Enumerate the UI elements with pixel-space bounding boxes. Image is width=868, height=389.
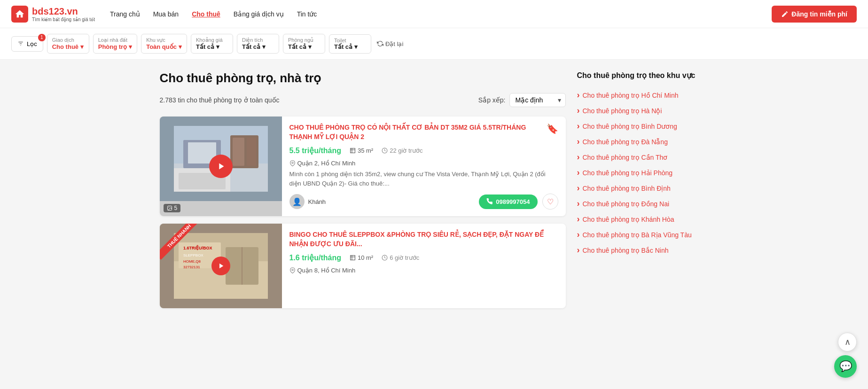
- card-price-1: 5.5 triệu/tháng: [289, 146, 341, 155]
- khoang-gia-label: Khoảng giá: [196, 37, 228, 43]
- register-label: Đăng tin miễn phí: [791, 10, 847, 18]
- card-image-1[interactable]: 5: [160, 117, 282, 216]
- svg-rect-8: [233, 138, 244, 166]
- toilet-label: Toilet: [334, 38, 366, 43]
- header: bds123.vn Tìm kiếm bất động sản giá tốt …: [0, 0, 868, 28]
- card-desc-1: Mình còn 1 phòng diện tích 35m2, view ch…: [289, 170, 558, 188]
- filter-badge: 1: [38, 34, 46, 41]
- loai-nha-dat-label: Loại nhà đất: [98, 37, 132, 43]
- reset-button[interactable]: Đặt lại: [375, 37, 405, 51]
- card-body-2: BINGO CHO THUÊ SLEPPBOX &PHÒNG TRỌ SIÊU …: [282, 224, 566, 308]
- sidebar-link-6[interactable]: Cho thuê phòng trọ Bình Định: [577, 180, 709, 196]
- filter-button[interactable]: Lọc 1: [11, 36, 43, 52]
- dien-tich-filter[interactable]: Diện tích Tất cả ▾: [237, 34, 279, 54]
- logo-icon: [11, 6, 28, 23]
- result-bar: 2.783 tin cho thuê phòng trọ ở toàn quốc…: [160, 93, 566, 107]
- nav-mua-ban[interactable]: Mua bán: [153, 10, 179, 18]
- card-area-2: 10 m²: [350, 254, 373, 261]
- listing-title-2[interactable]: BINGO CHO THUÊ SLEPPBOX &PHÒNG TRỌ SIÊU …: [289, 230, 558, 249]
- nav-trang-chu[interactable]: Trang chủ: [110, 10, 140, 18]
- card-body-1: CHO THUÊ PHÒNG TRỌ CÓ NỘI THẤT CƠ BẢN DT…: [282, 117, 566, 216]
- giao-dich-value: Cho thuê ▾: [52, 43, 84, 50]
- main-layout: Cho thuê phòng trọ, nhà trọ 2.783 tin ch…: [152, 60, 716, 327]
- card-time-1: 22 giờ trước: [382, 147, 422, 154]
- phone-button-1[interactable]: 0989997054: [479, 194, 537, 209]
- sort-label: Sắp xếp:: [478, 96, 506, 104]
- svg-rect-9: [247, 138, 256, 166]
- sidebar: Cho thuê phòng trọ theo khu vực Cho thuê…: [577, 71, 709, 258]
- filter-label: Lọc: [27, 40, 37, 47]
- dien-tich-label: Diện tích: [242, 37, 274, 43]
- sidebar-link-7[interactable]: Cho thuê phòng trọ Đồng Nai: [577, 196, 709, 211]
- user-info-1: 👤 Khánh: [289, 194, 326, 209]
- card-location-2: Quận 8, Hồ Chí Minh: [289, 267, 558, 274]
- ribbon-label-2: THUÊ NHANH: [160, 224, 197, 260]
- card-image-2[interactable]: 1.6TRIỆU/BOX SLEPPBOX HOME,Q8 32732131 T…: [160, 224, 282, 308]
- logo-sub: Tìm kiếm bất động sản giá tốt: [32, 17, 95, 22]
- khu-vuc-filter[interactable]: Khu vực Toàn quốc ▾: [141, 34, 187, 54]
- svg-point-13: [168, 207, 169, 208]
- sort-area: Sắp xếp: Mặc định: [478, 93, 566, 107]
- giao-dich-filter[interactable]: Giao dịch Cho thuê ▾: [47, 34, 89, 54]
- play-button-2[interactable]: [211, 257, 230, 275]
- card-top-1: CHO THUÊ PHÒNG TRỌ CÓ NỘI THẤT CƠ BẢN DT…: [289, 123, 558, 141]
- sidebar-link-4[interactable]: Cho thuê phòng trọ Cần Thơ: [577, 149, 709, 165]
- ribbon-wrapper: THUÊ NHANH: [160, 224, 197, 261]
- phone-number-1: 0989997054: [496, 198, 530, 205]
- sidebar-title: Cho thuê phòng trọ theo khu vực: [577, 71, 709, 80]
- user-name-1: Khánh: [308, 198, 326, 205]
- avatar-1: 👤: [289, 194, 305, 209]
- nav-cho-thue[interactable]: Cho thuê: [192, 10, 220, 18]
- sidebar-link-2[interactable]: Cho thuê phòng trọ Bình Dương: [577, 118, 709, 134]
- svg-text:32732131: 32732131: [183, 265, 200, 269]
- sidebar-link-5[interactable]: Cho thuê phòng trọ Hải Phòng: [577, 165, 709, 180]
- sidebar-link-8[interactable]: Cho thuê phòng trọ Khánh Hòa: [577, 211, 709, 227]
- result-count: 2.783 tin cho thuê phòng trọ ở toàn quốc: [160, 96, 280, 104]
- card-price-2: 1.6 triệu/tháng: [289, 253, 341, 262]
- card-meta-2: 1.6 triệu/tháng 10 m² 6 giờ trước: [289, 253, 558, 262]
- listing-card: 5 CHO THUÊ PHÒNG TRỌ CÓ NỘI THẤT CƠ BẢN …: [160, 117, 566, 216]
- sidebar-link-9[interactable]: Cho thuê phòng trọ Bà Rịa Vũng Tàu: [577, 227, 709, 242]
- bookmark-icon[interactable]: 🔖: [547, 123, 558, 134]
- khoang-gia-filter[interactable]: Khoảng giá Tất cả ▾: [191, 34, 233, 54]
- sidebar-link-10[interactable]: Cho thuê phòng trọ Bắc Ninh: [577, 242, 709, 258]
- giao-dich-label: Giao dịch: [52, 37, 84, 43]
- nav-tin-tuc[interactable]: Tin tức: [297, 10, 317, 18]
- phong-ngu-label: Phòng ngủ: [288, 37, 320, 43]
- khu-vuc-value: Toàn quốc ▾: [146, 43, 182, 50]
- phong-ngu-filter[interactable]: Phòng ngủ Tất cả ▾: [283, 34, 325, 54]
- khu-vuc-label: Khu vực: [146, 37, 182, 43]
- main-nav: Trang chủ Mua bán Cho thuê Bảng giá dịch…: [110, 10, 772, 18]
- logo[interactable]: bds123.vn Tìm kiếm bất động sản giá tốt: [11, 6, 95, 23]
- loai-nha-dat-filter[interactable]: Loại nhà đất Phòng trọ ▾: [93, 34, 137, 54]
- content-area: Cho thuê phòng trọ, nhà trọ 2.783 tin ch…: [160, 71, 566, 316]
- toilet-value: Tất cả ▾: [334, 43, 366, 50]
- loai-nha-dat-value: Phòng trọ ▾: [98, 43, 132, 50]
- nav-bang-gia[interactable]: Bảng giá dịch vụ: [234, 10, 284, 18]
- card-location-1: Quận 2, Hồ Chí Minh: [289, 160, 558, 167]
- listing-title-1[interactable]: CHO THUÊ PHÒNG TRỌ CÓ NỘI THẤT CƠ BẢN DT…: [289, 123, 547, 141]
- sidebar-link-1[interactable]: Cho thuê phòng trọ Hà Nội: [577, 103, 709, 118]
- card-meta-1: 5.5 triệu/tháng 35 m² 22 giờ trước: [289, 146, 558, 155]
- logo-name: bds123.vn: [32, 6, 95, 17]
- logo-text: bds123.vn Tìm kiếm bất động sản giá tốt: [32, 6, 95, 22]
- sort-wrapper: Mặc định: [509, 93, 566, 107]
- svg-rect-28: [351, 256, 355, 260]
- card-area-1: 35 m²: [350, 147, 373, 154]
- khoang-gia-value: Tất cả ▾: [196, 43, 228, 50]
- register-button[interactable]: Đăng tin miễn phí: [772, 6, 857, 23]
- img-count-num: 5: [174, 205, 178, 211]
- card-top-2: BINGO CHO THUÊ SLEPPBOX &PHÒNG TRỌ SIÊU …: [289, 230, 558, 249]
- phong-ngu-value: Tất cả ▾: [288, 43, 320, 50]
- sidebar-link-3[interactable]: Cho thuê phòng trọ Đà Nẵng: [577, 134, 709, 149]
- toilet-filter[interactable]: Toilet Tất cả ▾: [329, 34, 371, 54]
- play-button[interactable]: [209, 155, 233, 178]
- svg-point-18: [291, 162, 293, 163]
- filter-bar: Lọc 1 Giao dịch Cho thuê ▾ Loại nhà đất …: [0, 28, 868, 60]
- svg-point-32: [291, 269, 293, 271]
- img-count: 5: [164, 204, 181, 212]
- sidebar-link-0[interactable]: Cho thuê phòng trọ Hồ Chí Minh: [577, 87, 709, 103]
- heart-button-1[interactable]: ♡: [542, 194, 558, 210]
- sort-select[interactable]: Mặc định: [509, 93, 566, 107]
- reset-label: Đặt lại: [385, 40, 403, 47]
